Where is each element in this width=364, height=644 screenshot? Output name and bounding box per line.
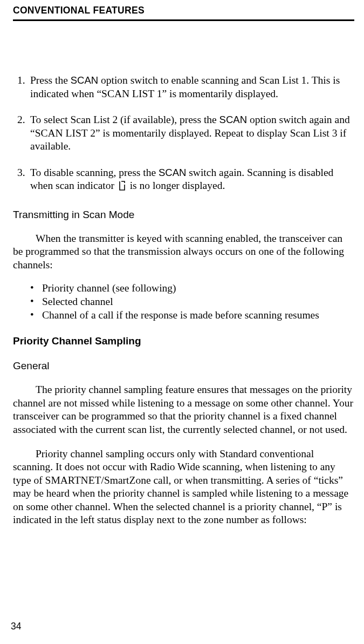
transmitting-paragraph: When the transmitter is keyed with scann… — [13, 232, 354, 272]
scan-keyword: SCAN — [71, 74, 98, 86]
list-item: 3. To disable scanning, press the SCAN s… — [30, 166, 354, 195]
step-text-post: is no longer displayed. — [127, 180, 225, 191]
list-item: Channel of a call if the response is mad… — [42, 309, 354, 322]
step-number: 2. — [17, 113, 25, 127]
page-number: 34 — [11, 620, 21, 632]
list-item: 1. Press the SCAN option switch to enabl… — [30, 74, 354, 100]
priority-paragraph-2: Priority channel sampling occurs only wi… — [13, 448, 354, 527]
list-item: Selected channel — [42, 295, 354, 309]
general-subheading: General — [13, 360, 354, 372]
step-number: 3. — [17, 166, 25, 180]
step-number: 1. — [17, 74, 25, 87]
page-header-title: CONVENTIONAL FEATURES — [13, 4, 354, 16]
step-text-pre: To disable scanning, press the — [30, 167, 159, 178]
scan-keyword: SCAN — [219, 114, 247, 125]
list-item: Priority channel (see following) — [42, 282, 354, 295]
step-text-pre: Press the — [30, 74, 71, 86]
scan-keyword: SCAN — [159, 167, 186, 178]
bullet-list: Priority channel (see following) Selecte… — [13, 282, 354, 322]
transmitting-heading: Transmitting in Scan Mode — [13, 208, 354, 221]
priority-heading: Priority Channel Sampling — [13, 335, 354, 348]
instruction-list: 1. Press the SCAN option switch to enabl… — [13, 74, 354, 195]
list-item: 2. To select Scan List 2 (if available),… — [30, 113, 354, 153]
priority-paragraph-1: The priority channel sampling feature en… — [13, 383, 354, 436]
page-content: 1. Press the SCAN option switch to enabl… — [13, 21, 354, 527]
scan-indicator-icon — [118, 180, 126, 195]
step-text-pre: To select Scan List 2 (if available), pr… — [30, 114, 219, 125]
